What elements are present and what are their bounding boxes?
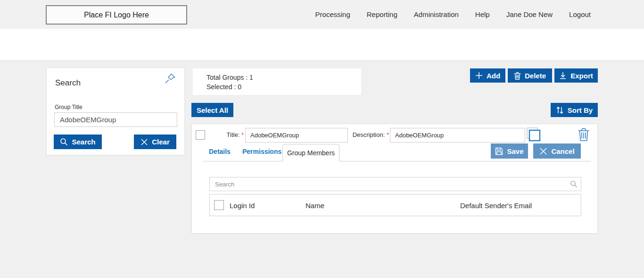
cancel-button[interactable]: Cancel: [533, 143, 581, 159]
title-required-marker: *: [241, 131, 244, 138]
total-groups-label: Total Groups :: [206, 74, 248, 81]
title-input[interactable]: [245, 128, 348, 143]
content: Search Group Title Search Clear: [0, 61, 644, 278]
search-panel-title: Search: [55, 78, 81, 88]
selected-label: Selected :: [206, 83, 236, 91]
nav-item-help[interactable]: Help: [475, 10, 490, 18]
column-default-senders-email: Default Sender's Email: [460, 202, 532, 210]
group-editor-card: Title: * Description: * Details Permissi…: [191, 124, 598, 234]
select-all-label: Select All: [197, 106, 228, 114]
nav-item-logout[interactable]: Logout: [569, 10, 591, 18]
fi-logo-placeholder: Place FI Logo Here: [46, 5, 187, 25]
tab-group-members[interactable]: Group Members: [282, 144, 339, 161]
description-required-marker: *: [387, 131, 389, 138]
sort-by-button[interactable]: Sort By: [551, 103, 598, 117]
top-nav: Processing Reporting Administration Help…: [315, 0, 591, 29]
search-icon: [60, 138, 68, 146]
summary-box: Total Groups : 1 Selected : 0: [193, 68, 361, 95]
add-button[interactable]: Add: [470, 68, 505, 83]
delete-button[interactable]: Delete: [508, 68, 552, 83]
fi-logo-text: Place FI Logo Here: [84, 11, 149, 19]
title-label: Title: *: [211, 131, 244, 138]
members-select-all-checkbox[interactable]: [214, 200, 224, 210]
column-login-id: Login Id: [230, 202, 255, 210]
save-button[interactable]: Save: [491, 143, 528, 159]
save-icon: [495, 147, 503, 155]
select-all-button[interactable]: Select All: [191, 103, 233, 117]
clear-button-label: Clear: [152, 138, 170, 146]
pin-icon[interactable]: [165, 73, 176, 85]
tab-underline: [203, 161, 591, 161]
members-search: [209, 177, 581, 191]
row-delete-button[interactable]: [578, 127, 590, 142]
search-button[interactable]: Search: [54, 135, 102, 149]
description-label: Description: *: [352, 131, 389, 138]
add-button-label: Add: [487, 72, 500, 80]
x-icon: [140, 138, 148, 146]
search-icon: [570, 180, 578, 188]
clear-button[interactable]: Clear: [134, 135, 176, 149]
search-panel: Search Group Title Search Clear: [46, 67, 185, 155]
members-search-input[interactable]: [209, 177, 581, 191]
group-title-label: Group Title: [55, 104, 83, 110]
export-button-label: Export: [570, 72, 593, 80]
tab-details[interactable]: Details: [209, 148, 231, 155]
copy-icon: [526, 127, 541, 142]
group-title-input[interactable]: [54, 112, 177, 127]
sort-by-label: Sort By: [568, 106, 593, 114]
selected-value: 0: [238, 83, 241, 91]
copy-button[interactable]: [526, 127, 541, 142]
total-groups-line: Total Groups : 1: [206, 73, 361, 82]
total-groups-value: 1: [249, 74, 253, 81]
column-name: Name: [305, 202, 324, 210]
sort-icon: [556, 106, 564, 114]
download-icon: [559, 72, 567, 79]
members-table-header: Login Id Name Default Sender's Email: [209, 194, 581, 216]
delete-button-label: Delete: [525, 72, 546, 80]
save-button-label: Save: [507, 147, 523, 155]
selected-line: Selected : 0: [206, 82, 361, 92]
tab-permissions[interactable]: Permissions: [242, 148, 281, 155]
search-button-label: Search: [72, 138, 95, 146]
x-icon: [539, 147, 547, 155]
trash-icon: [514, 72, 521, 80]
page-header: Group Maintenance i Kinective Sign: [0, 29, 644, 61]
plus-icon: [475, 72, 483, 79]
nav-item-administration[interactable]: Administration: [414, 10, 459, 18]
nav-item-processing[interactable]: Processing: [315, 10, 350, 18]
export-button[interactable]: Export: [554, 68, 598, 83]
nav-item-user[interactable]: Jane Doe New: [506, 10, 553, 18]
nav-item-reporting[interactable]: Reporting: [367, 10, 397, 18]
group-row-checkbox[interactable]: [196, 130, 205, 140]
topbar: Place FI Logo Here Processing Reporting …: [0, 0, 644, 29]
page: Place FI Logo Here Processing Reporting …: [0, 0, 644, 278]
description-input[interactable]: [390, 128, 525, 143]
cancel-button-label: Cancel: [551, 147, 574, 155]
trash-icon: [578, 127, 590, 142]
